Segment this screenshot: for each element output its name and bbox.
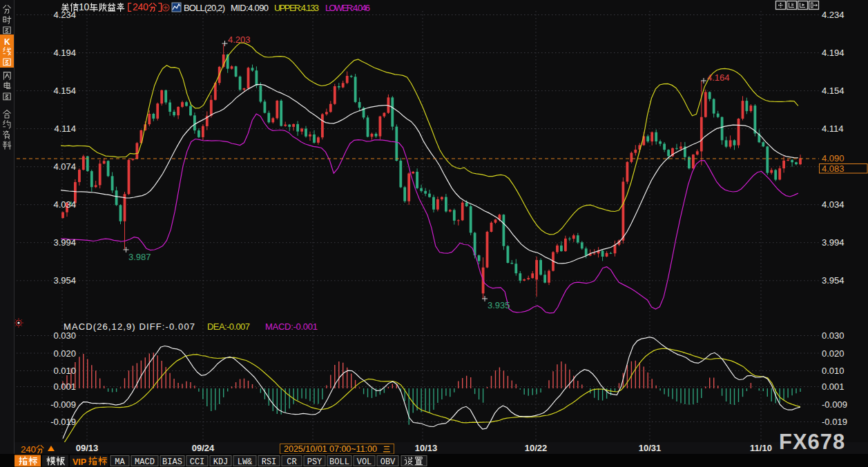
svg-text:-0.019: -0.019 xyxy=(50,417,76,427)
svg-text:0.010: 0.010 xyxy=(53,366,76,376)
svg-text:CCI: CCI xyxy=(190,457,205,467)
svg-text:3.954: 3.954 xyxy=(53,275,76,286)
svg-text:0: 0 xyxy=(31,444,37,455)
svg-text:MID:4.090: MID:4.090 xyxy=(231,3,269,13)
svg-text:LW&: LW& xyxy=(238,457,253,467)
svg-text:FX678: FX678 xyxy=(779,430,845,454)
svg-text:4.234: 4.234 xyxy=(53,10,76,20)
svg-text:4.034: 4.034 xyxy=(53,199,76,210)
svg-text:3.987: 3.987 xyxy=(128,252,151,262)
svg-text:4.194: 4.194 xyxy=(822,48,845,58)
svg-text:4.154: 4.154 xyxy=(822,86,845,96)
svg-text:LOWER:4.046: LOWER:4.046 xyxy=(325,3,370,13)
svg-text:UPPER:4.133: UPPER:4.133 xyxy=(274,3,319,13)
svg-text:0: 0 xyxy=(143,1,148,12)
svg-text:BIAS: BIAS xyxy=(162,457,182,467)
svg-text:4.194: 4.194 xyxy=(53,48,76,58)
svg-text:KDJ: KDJ xyxy=(213,457,229,467)
svg-text:0.020: 0.020 xyxy=(822,348,845,359)
svg-text:VIP: VIP xyxy=(73,457,86,467)
svg-text:4.090: 4.090 xyxy=(822,153,845,163)
svg-text:4.203: 4.203 xyxy=(228,34,251,45)
svg-text:4.234: 4.234 xyxy=(822,10,845,20)
svg-text:10/13: 10/13 xyxy=(415,443,438,453)
svg-text:0.010: 0.010 xyxy=(822,366,845,376)
svg-text:PSY: PSY xyxy=(307,457,322,467)
svg-text:09/24: 09/24 xyxy=(192,443,215,453)
svg-text:CR: CR xyxy=(287,457,296,467)
svg-text:0.030: 0.030 xyxy=(822,330,845,341)
svg-text:-0.019: -0.019 xyxy=(822,417,847,427)
svg-text:BOLL(20,2): BOLL(20,2) xyxy=(184,3,225,13)
svg-text:3.994: 3.994 xyxy=(53,237,76,248)
svg-text:MA: MA xyxy=(115,457,125,467)
svg-text:4.164: 4.164 xyxy=(707,72,730,83)
svg-text:0.001: 0.001 xyxy=(822,381,845,392)
svg-text:0.020: 0.020 xyxy=(53,348,76,359)
svg-text:-0.009: -0.009 xyxy=(822,399,847,410)
svg-text:MACD:-0.001: MACD:-0.001 xyxy=(265,321,318,332)
svg-text:0.001: 0.001 xyxy=(53,381,76,392)
svg-text:MACD(26,12,9) DIFF:-0.007: MACD(26,12,9) DIFF:-0.007 xyxy=(64,321,195,332)
svg-text:MACD: MACD xyxy=(135,457,155,467)
svg-text:K: K xyxy=(4,37,10,47)
svg-text:DEA:-0.007: DEA:-0.007 xyxy=(207,321,250,332)
svg-text:4.034: 4.034 xyxy=(822,199,845,210)
svg-text:VOL: VOL xyxy=(357,457,372,467)
svg-text:3.994: 3.994 xyxy=(822,237,845,248)
svg-text:09/13: 09/13 xyxy=(76,443,99,453)
svg-text:-0.009: -0.009 xyxy=(50,399,76,410)
svg-text:0: 0 xyxy=(84,1,90,12)
svg-text:BOLL: BOLL xyxy=(329,457,349,467)
svg-text:4.154: 4.154 xyxy=(53,86,76,96)
svg-text:RSI: RSI xyxy=(262,457,277,467)
svg-text:4.114: 4.114 xyxy=(54,123,76,134)
svg-text:4.083: 4.083 xyxy=(822,163,845,174)
svg-text:4.074: 4.074 xyxy=(53,161,76,172)
svg-text:3.954: 3.954 xyxy=(822,275,845,286)
svg-text:4.114: 4.114 xyxy=(822,123,844,134)
svg-text:2025/10/01 07:00~11:00: 2025/10/01 07:00~11:00 xyxy=(284,444,377,454)
svg-text:10/22: 10/22 xyxy=(525,443,548,453)
svg-text:10/31: 10/31 xyxy=(639,443,662,453)
svg-text:11/10: 11/10 xyxy=(750,443,772,453)
svg-text:3.935: 3.935 xyxy=(488,300,510,310)
svg-text:0.030: 0.030 xyxy=(53,330,76,341)
svg-text:OBV: OBV xyxy=(380,457,396,467)
